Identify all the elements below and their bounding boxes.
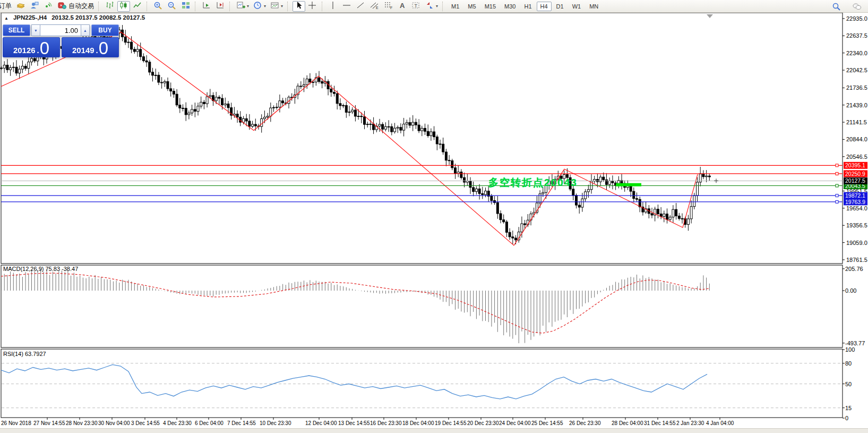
time-axis-label: 28 Nov 23:30 [66,420,98,426]
line-chart-mode-button[interactable] [131,1,144,12]
zoom-in-button[interactable] [152,1,165,12]
zoom-in-icon [153,1,163,11]
sell-button[interactable]: SELL [3,24,30,36]
svg-text:T: T [415,3,418,9]
chart-text-annotation[interactable]: 多空转折点20043 [488,176,578,190]
volume-increase-button[interactable]: ▲ [81,24,90,36]
timeframe-m5[interactable]: M5 [464,2,479,11]
price-axis-label: 21141.5 [846,119,867,125]
text-button[interactable]: A [396,1,409,12]
time-axis-label: 16 Dec 23:30 [370,420,402,426]
sell-price-button[interactable]: 20126.0 [3,37,60,57]
price-level-badge: 20395.1 [845,162,865,168]
time-axis: 26 Nov 201827 Nov 14:5528 Nov 23:3030 No… [1,418,734,426]
chevron-down-icon[interactable]: ▾ [281,4,283,9]
market-watch-icon [16,1,25,11]
bar-chart-mode-button[interactable] [104,1,116,12]
chartshift-icon [216,1,225,11]
timeframe-d1[interactable]: D1 [553,2,568,11]
buy-button[interactable]: BUY [91,24,119,36]
arrow-objects-button[interactable]: ▾ [424,1,440,12]
candlestick-mode-button[interactable] [117,1,130,12]
fibo-icon: F [384,1,393,11]
text-label-button[interactable]: T [410,1,423,12]
auto-scroll-button[interactable] [200,1,213,12]
price-level-badge: 19763.9 [845,199,865,205]
timeframe-mn[interactable]: MN [586,2,602,11]
level-line-handle[interactable] [836,194,838,197]
time-axis-label: 2 Jan 23:30 [676,420,704,426]
rsi-pane [1,363,843,408]
chat-icon[interactable] [850,1,863,12]
timeframe-m15[interactable]: M15 [481,2,500,11]
clock-icon [253,1,263,11]
timeframe-m30[interactable]: M30 [501,2,519,11]
time-axis-label: 27 Nov 14:55 [33,420,65,426]
volume-decrease-button[interactable]: ▼ [31,24,40,36]
period-profiles-button[interactable]: ▾ [252,1,268,12]
timeframe-m1[interactable]: M1 [448,2,463,11]
market-watch-button[interactable] [14,1,27,12]
chart-ohlc-values: 20132.5 20137.5 20082.5 20127.5 [51,14,145,21]
signals-button[interactable] [42,1,55,12]
buy-price-button[interactable]: 20149.0 [62,37,119,57]
search-icon[interactable] [830,1,843,12]
price-axis-label: 19654.0 [846,205,867,211]
highlight-bar-object[interactable] [616,183,641,186]
volume-input[interactable] [40,24,81,36]
toolbar-separator [287,2,290,11]
navigator-button[interactable] [28,1,41,12]
textT-icon: T [411,1,421,11]
toolbar-separator [229,2,232,11]
rsi-axis-label: 100 [845,346,855,353]
vline-icon [329,1,338,11]
price-axis-label: 22340.0 [846,50,867,56]
level-line-handle[interactable] [836,164,838,167]
macd-axis-label: 205.76 [845,266,863,272]
auto-trading-button[interactable]: 自动交易 [56,1,96,12]
bottom-scroll-strip[interactable] [0,428,868,433]
trendline-button[interactable] [355,1,367,12]
level-line-handle[interactable] [836,184,838,187]
textA-icon: A [398,1,407,11]
zoom-out-button[interactable] [166,1,178,12]
vertical-line-button[interactable] [327,1,340,12]
new-order-label: 新订单 [0,2,12,11]
timeframe-w1[interactable]: W1 [569,2,585,11]
chevron-down-icon[interactable]: ▾ [436,4,438,9]
main-pane-frame [1,13,843,264]
timeframe-h4[interactable]: H4 [537,2,552,11]
chart-shift-marker[interactable] [707,14,713,18]
horizontal-line-button[interactable] [341,1,354,12]
level-line-handle[interactable] [836,200,838,203]
level-line-handle[interactable] [836,172,838,175]
crosshair-button[interactable] [306,1,319,12]
cursor-button[interactable] [293,1,305,12]
time-axis-label: 3 Dec 14:55 [131,420,160,426]
chevron-down-icon[interactable]: ▾ [247,4,249,9]
chart-shift-button[interactable] [214,1,227,12]
fibonacci-retracement-button[interactable]: F [382,1,395,12]
time-axis-label: 20 Dec 23:30 [467,420,499,426]
rsi-axis-label: 0 [845,415,848,421]
rsi-axis-label: 50 [845,381,852,387]
equidistant-channel-button[interactable]: E [368,1,381,12]
price-axis-label: 22042.5 [846,67,867,73]
chevron-down-icon[interactable]: ▾ [264,4,266,9]
new-order-button[interactable]: 新订单 [0,1,13,12]
rsi-axis-label: 15 [845,405,852,411]
new-chart-button[interactable]: ▾ [235,1,251,12]
chart-title: ▲ JPN225-,H4 20132.5 20137.5 20082.5 201… [4,14,145,21]
zigzag-trendline[interactable] [1,32,698,245]
collapse-trade-panel-arrow[interactable]: ▲ [4,16,8,21]
indicator-windows-button[interactable]: ▾ [269,1,285,12]
signals-icon [44,1,53,11]
time-axis-label: 7 Dec 14:55 [227,420,256,426]
time-axis-label: 4 Dec 23:30 [163,420,192,426]
toolbar-separator [98,2,101,11]
timeframe-h1[interactable]: H1 [520,2,535,11]
svg-text:E: E [376,6,379,10]
autoscroll-icon [202,1,211,11]
time-axis-label: 26 Nov 2018 [1,420,31,426]
tile-windows-button[interactable] [179,1,192,12]
